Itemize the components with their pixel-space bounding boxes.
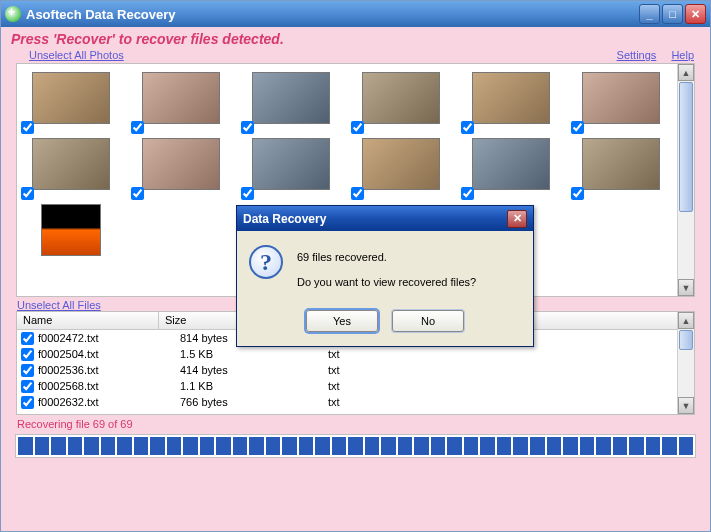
- file-row[interactable]: f0002632.txt766 bytestxt: [17, 394, 694, 410]
- scroll-up-icon[interactable]: ▲: [678, 64, 694, 81]
- close-button[interactable]: ✕: [685, 4, 706, 24]
- scroll-down-icon[interactable]: ▼: [678, 279, 694, 296]
- progress-segment: [464, 437, 479, 455]
- progress-segment: [447, 437, 462, 455]
- dialog-titlebar: Data Recovery ✕: [237, 206, 533, 231]
- col-header-name[interactable]: Name: [17, 312, 159, 329]
- progress-segment: [613, 437, 628, 455]
- progress-segment: [348, 437, 363, 455]
- photo-item[interactable]: [467, 138, 555, 190]
- photo-item[interactable]: [247, 72, 335, 124]
- dialog-close-button[interactable]: ✕: [507, 210, 527, 228]
- settings-link[interactable]: Settings: [617, 49, 657, 61]
- file-size: 766 bytes: [180, 396, 328, 408]
- file-size: 1.1 KB: [180, 380, 328, 392]
- progress-segment: [18, 437, 33, 455]
- photo-item[interactable]: [27, 138, 115, 190]
- progress-segment: [200, 437, 215, 455]
- unselect-files-link[interactable]: Unselect All Files: [17, 299, 101, 311]
- file-scrollbar[interactable]: ▲ ▼: [677, 312, 694, 414]
- progress-segment: [134, 437, 149, 455]
- file-ext: txt: [328, 348, 500, 360]
- photo-scrollbar[interactable]: ▲ ▼: [677, 64, 694, 296]
- file-checkbox[interactable]: [21, 364, 34, 377]
- photo-checkbox[interactable]: [131, 187, 144, 200]
- progress-segment: [563, 437, 578, 455]
- file-size: 414 bytes: [180, 364, 328, 376]
- file-row[interactable]: f0002536.txt414 bytestxt: [17, 362, 694, 378]
- photo-item[interactable]: [27, 72, 115, 124]
- dialog-line1: 69 files recovered.: [297, 249, 476, 266]
- progress-segment: [117, 437, 132, 455]
- progress-segment: [431, 437, 446, 455]
- photo-checkbox[interactable]: [571, 121, 584, 134]
- app-icon: [5, 6, 21, 22]
- photo-item[interactable]: [137, 72, 225, 124]
- photo-checkbox[interactable]: [21, 121, 34, 134]
- dialog: Data Recovery ✕ ? 69 files recovered. Do…: [236, 205, 534, 347]
- photo-checkbox[interactable]: [241, 121, 254, 134]
- progress-segment: [183, 437, 198, 455]
- progress-segment: [299, 437, 314, 455]
- photo-checkbox[interactable]: [241, 187, 254, 200]
- photo-item[interactable]: [137, 138, 225, 190]
- file-checkbox[interactable]: [21, 380, 34, 393]
- scroll-up-icon[interactable]: ▲: [678, 312, 694, 329]
- photo-checkbox[interactable]: [131, 121, 144, 134]
- progress-segment: [497, 437, 512, 455]
- dialog-text: 69 files recovered. Do you want to view …: [297, 245, 476, 298]
- progress-segment: [513, 437, 528, 455]
- maximize-button[interactable]: □: [662, 4, 683, 24]
- help-link[interactable]: Help: [671, 49, 694, 61]
- progress-segment: [101, 437, 116, 455]
- photo-checkbox[interactable]: [461, 121, 474, 134]
- progress-segment: [646, 437, 661, 455]
- file-name: f0002504.txt: [38, 348, 180, 360]
- file-row[interactable]: f0002504.txt1.5 KBtxt: [17, 346, 694, 362]
- file-checkbox[interactable]: [21, 348, 34, 361]
- progress-segment: [315, 437, 330, 455]
- no-button[interactable]: No: [392, 310, 464, 332]
- file-ext: txt: [328, 380, 500, 392]
- dialog-line2: Do you want to view recovered files?: [297, 274, 476, 291]
- photo-checkbox[interactable]: [461, 187, 474, 200]
- photo-item[interactable]: [247, 138, 335, 190]
- progress-segment: [679, 437, 694, 455]
- scroll-thumb[interactable]: [679, 82, 693, 212]
- photo-item[interactable]: [467, 72, 555, 124]
- progress-segment: [266, 437, 281, 455]
- window-controls: _ □ ✕: [639, 4, 706, 24]
- photo-checkbox[interactable]: [571, 187, 584, 200]
- file-name: f0002536.txt: [38, 364, 180, 376]
- file-size: 1.5 KB: [180, 348, 328, 360]
- photo-checkbox[interactable]: [21, 187, 34, 200]
- file-ext: txt: [328, 396, 500, 408]
- photo-checkbox[interactable]: [351, 121, 364, 134]
- file-row[interactable]: f0002568.txt1.1 KBtxt: [17, 378, 694, 394]
- unselect-photos-link[interactable]: Unselect All Photos: [29, 49, 124, 61]
- photo-item[interactable]: [577, 72, 665, 124]
- progress-segment: [51, 437, 66, 455]
- progress-segment: [547, 437, 562, 455]
- file-name: f0002472.txt: [38, 332, 180, 344]
- dialog-body: ? 69 files recovered. Do you want to vie…: [237, 231, 533, 310]
- file-ext: txt: [328, 364, 500, 376]
- file-checkbox[interactable]: [21, 396, 34, 409]
- minimize-button[interactable]: _: [639, 4, 660, 24]
- file-checkbox[interactable]: [21, 332, 34, 345]
- progress-segment: [381, 437, 396, 455]
- photo-item[interactable]: [27, 204, 115, 256]
- photo-item[interactable]: [357, 138, 445, 190]
- photo-item[interactable]: [357, 72, 445, 124]
- yes-button[interactable]: Yes: [306, 310, 378, 332]
- progress-segment: [580, 437, 595, 455]
- photo-checkbox[interactable]: [351, 187, 364, 200]
- progress-segment: [35, 437, 50, 455]
- progress-segment: [480, 437, 495, 455]
- scroll-thumb[interactable]: [679, 330, 693, 350]
- top-link-row: Unselect All Photos Settings Help: [1, 49, 710, 63]
- photo-item[interactable]: [577, 138, 665, 190]
- scroll-down-icon[interactable]: ▼: [678, 397, 694, 414]
- progress-segment: [249, 437, 264, 455]
- progress-segment: [84, 437, 99, 455]
